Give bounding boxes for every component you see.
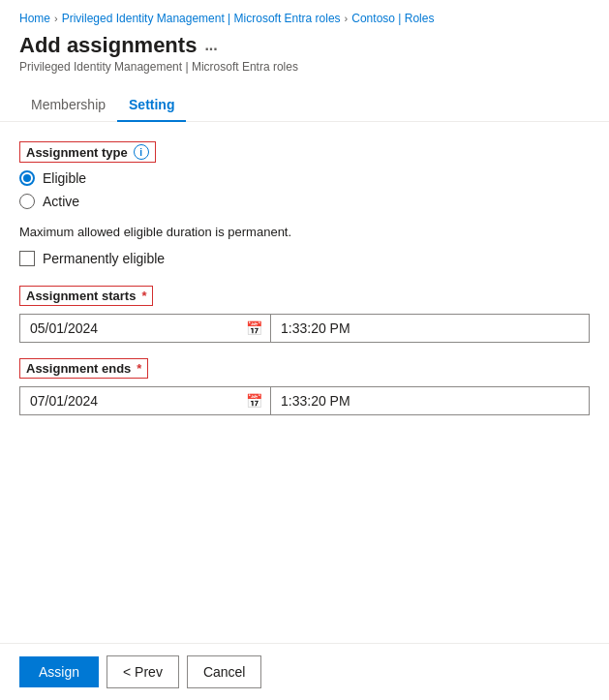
breadcrumb-roles[interactable]: Contoso | Roles xyxy=(351,12,434,25)
assignment-starts-required: * xyxy=(141,289,146,303)
assignment-ends-time-container[interactable]: 1:33:20 PM xyxy=(271,386,590,415)
assignment-ends-date[interactable]: 07/01/2024 xyxy=(20,387,238,414)
assignment-ends-date-container[interactable]: 07/01/2024 📅 xyxy=(19,386,271,415)
assignment-ends-time[interactable]: 1:33:20 PM xyxy=(271,387,589,414)
assignment-starts-box: Assignment starts * xyxy=(19,286,153,306)
breadcrumb-pim[interactable]: Privileged Identity Management | Microso… xyxy=(62,12,341,25)
tab-setting[interactable]: Setting xyxy=(117,89,186,122)
breadcrumb-sep-1: › xyxy=(54,13,58,24)
page-subtitle: Privileged Identity Management | Microso… xyxy=(19,60,590,74)
permanently-eligible-option[interactable]: Permanently eligible xyxy=(19,251,590,266)
permanently-eligible-checkbox[interactable] xyxy=(19,251,35,266)
assignment-type-label: Assignment type i xyxy=(19,141,590,163)
assignment-ends-inputs: 07/01/2024 📅 1:33:20 PM xyxy=(19,386,590,415)
breadcrumb: Home › Privileged Identity Management | … xyxy=(0,0,609,33)
assignment-type-info-icon[interactable]: i xyxy=(134,144,149,160)
radio-active-input[interactable] xyxy=(19,194,35,209)
assignment-starts-date[interactable]: 05/01/2024 xyxy=(20,315,238,342)
tab-membership[interactable]: Membership xyxy=(19,89,117,122)
radio-eligible-label: Eligible xyxy=(43,170,86,186)
page-title-text: Add assignments xyxy=(19,33,197,58)
breadcrumb-sep-2: › xyxy=(345,13,349,24)
permanently-eligible-label: Permanently eligible xyxy=(43,251,165,266)
assignment-starts-inputs: 05/01/2024 📅 1:33:20 PM xyxy=(19,314,590,343)
prev-button[interactable]: < Prev xyxy=(107,655,179,688)
assignment-ends-text: Assignment ends xyxy=(26,361,131,376)
breadcrumb-home[interactable]: Home xyxy=(19,12,50,25)
radio-active-label: Active xyxy=(43,194,79,209)
assignment-type-radio-group: Eligible Active xyxy=(19,170,590,209)
radio-eligible-input[interactable] xyxy=(19,170,35,186)
note-text: Maximum allowed eligible duration is per… xyxy=(19,225,590,239)
assignment-starts-calendar-icon[interactable]: 📅 xyxy=(238,315,270,342)
assignment-starts-label: Assignment starts * xyxy=(19,286,590,306)
page-header: Add assignments ... Privileged Identity … xyxy=(0,33,609,77)
footer: Assign < Prev Cancel xyxy=(0,643,609,700)
assignment-ends-section: Assignment ends * 07/01/2024 📅 1:33:20 P… xyxy=(19,358,590,415)
assignment-ends-box: Assignment ends * xyxy=(19,358,148,379)
assignment-ends-calendar-icon[interactable]: 📅 xyxy=(238,387,270,414)
assignment-ends-required: * xyxy=(137,361,141,376)
page-title-ellipsis[interactable]: ... xyxy=(204,37,217,54)
cancel-button[interactable]: Cancel xyxy=(187,655,262,688)
tabs: Membership Setting xyxy=(0,77,609,122)
assignment-ends-label: Assignment ends * xyxy=(19,358,590,379)
assignment-type-section: Assignment type i Eligible Active xyxy=(19,141,590,209)
assignment-type-text: Assignment type xyxy=(26,145,128,160)
assignment-starts-time-container[interactable]: 1:33:20 PM xyxy=(271,314,590,343)
assign-button[interactable]: Assign xyxy=(19,656,99,687)
radio-eligible[interactable]: Eligible xyxy=(19,170,590,186)
assignment-starts-text: Assignment starts xyxy=(26,289,136,303)
assignment-starts-date-container[interactable]: 05/01/2024 📅 xyxy=(19,314,271,343)
radio-active[interactable]: Active xyxy=(19,194,590,209)
content-area: Assignment type i Eligible Active Maximu… xyxy=(0,122,609,643)
assignment-type-box: Assignment type i xyxy=(19,141,156,163)
assignment-starts-time[interactable]: 1:33:20 PM xyxy=(271,315,589,342)
assignment-starts-section: Assignment starts * 05/01/2024 📅 1:33:20… xyxy=(19,286,590,343)
